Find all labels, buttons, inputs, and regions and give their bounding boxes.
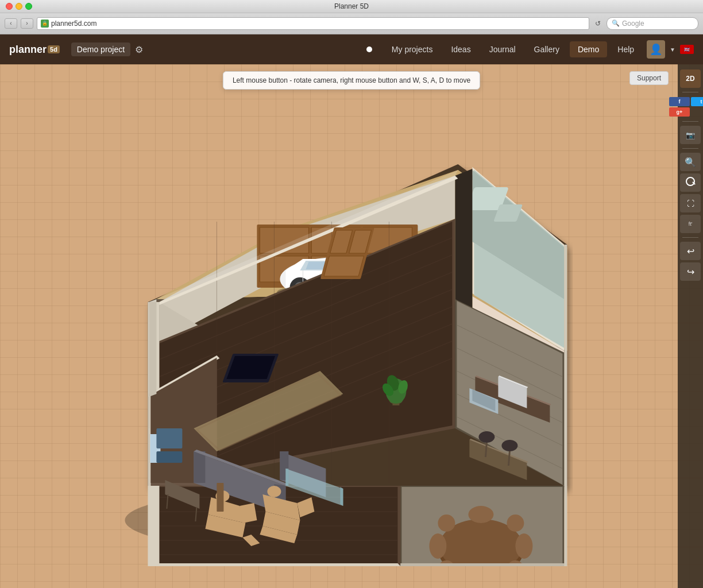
2d-label: 2D [686,75,694,83]
svg-rect-81 [156,451,182,463]
address-bar[interactable]: 🔒 planner5d.com [37,17,589,30]
minimize-button[interactable] [16,3,22,10]
user-avatar[interactable]: 👤 [647,40,665,59]
separator-4 [682,237,698,238]
separator-1 [682,92,698,92]
nav-ideas[interactable]: Ideas [443,41,478,57]
search-bar[interactable]: 🔍 Google [607,17,698,30]
browser-chrome: Planner 5D ‹ › 🔒 planner5d.com ↺ 🔍 Googl… [0,0,703,34]
svg-point-111 [468,506,493,523]
dropdown-arrow[interactable]: ▼ [670,47,675,53]
settings-icon[interactable]: ⚙ [135,44,143,55]
svg-point-95 [267,486,281,497]
svg-point-129 [501,440,517,451]
nav-dot [366,47,372,52]
social-buttons: f t g+ [669,97,703,117]
maximize-button[interactable] [25,3,32,10]
nav-demo[interactable]: Demo [570,41,607,57]
svg-line-128 [485,443,486,457]
redo-button[interactable]: ↪ [680,262,701,281]
fullscreen-icon: ⛶ [687,199,694,208]
zoom-out-button[interactable] [680,173,701,192]
svg-rect-74 [226,356,275,379]
svg-point-115 [507,514,524,532]
camera-icon: 📷 [686,131,695,140]
svg-rect-134 [324,256,364,276]
measure-label: ft' [689,221,693,227]
2d-view-button[interactable]: 2D [680,69,701,88]
main-content: Left mouse button - rotate camera, right… [0,64,703,588]
browser-toolbar: ‹ › 🔒 planner5d.com ↺ 🔍 Google [0,13,703,34]
svg-point-116 [438,514,455,532]
navbar: planner 5d Demo project ⚙ My projects Id… [0,34,703,64]
reload-button[interactable]: ↺ [593,18,603,29]
svg-marker-70 [564,245,567,563]
flag-icon[interactable]: 🇬🇧 [680,45,694,54]
window-title: Planner 5D [334,2,369,10]
back-button[interactable]: ‹ [5,18,17,29]
nav-my-projects[interactable]: My projects [384,41,441,57]
svg-marker-135 [149,299,156,397]
right-sidebar: 2D f t g+ 📷 🔍 [678,64,703,588]
support-button[interactable]: Support [629,71,669,85]
facebook-button[interactable]: f [669,97,690,106]
svg-point-114 [429,533,446,559]
tooltip-text: Left mouse button - rotate camera, right… [233,76,470,84]
svg-rect-136 [217,483,223,512]
nav-help[interactable]: Help [609,41,642,57]
svg-line-130 [508,451,509,466]
redo-icon: ↪ [687,266,694,277]
logo-text: planner [9,44,47,56]
measure-button[interactable]: ft' [680,215,701,233]
svg-point-113 [515,533,532,559]
camera-tooltip: Left mouse button - rotate camera, right… [223,71,480,90]
project-name[interactable]: Demo project [71,42,130,56]
title-bar: Planner 5D [0,0,703,13]
nav-journal[interactable]: Journal [481,41,524,57]
app-container: planner 5d Demo project ⚙ My projects Id… [0,34,703,588]
svg-marker-85 [194,451,205,483]
separator-3 [682,148,698,149]
svg-rect-80 [156,428,182,448]
floorplan-3d [102,130,573,566]
zoom-in-icon: 🔍 [685,157,696,168]
nav-gallery[interactable]: Gallery [526,41,567,57]
svg-marker-101 [285,469,288,486]
svg-point-127 [478,431,495,443]
svg-marker-68 [148,563,400,566]
ssl-icon: 🔒 [41,20,49,28]
logo[interactable]: planner 5d [9,44,60,56]
twitter-button[interactable]: t [691,97,703,106]
forward-button[interactable]: › [21,18,33,29]
nav-links: My projects Ideas Journal Gallery Demo H… [384,41,642,57]
url-text: planner5d.com [51,20,96,28]
svg-marker-92 [240,503,257,523]
search-icon: 🔍 [612,20,620,27]
logo-5d: 5d [48,45,60,53]
nav-right: 👤 ▼ 🇬🇧 [647,40,694,59]
search-placeholder: Google [622,20,644,28]
undo-button[interactable]: ↩ [680,242,701,260]
camera-button[interactable]: 📷 [680,126,701,144]
svg-marker-102 [340,487,343,506]
undo-icon: ↩ [687,246,694,257]
zoom-out-icon [686,177,695,188]
fullscreen-button[interactable]: ⛶ [680,194,701,212]
zoom-in-button[interactable]: 🔍 [680,153,701,171]
svg-marker-141 [400,563,564,566]
separator-2 [682,121,698,122]
close-button[interactable] [6,3,13,10]
window-buttons[interactable] [6,3,32,10]
googleplus-button[interactable]: g+ [669,107,690,117]
